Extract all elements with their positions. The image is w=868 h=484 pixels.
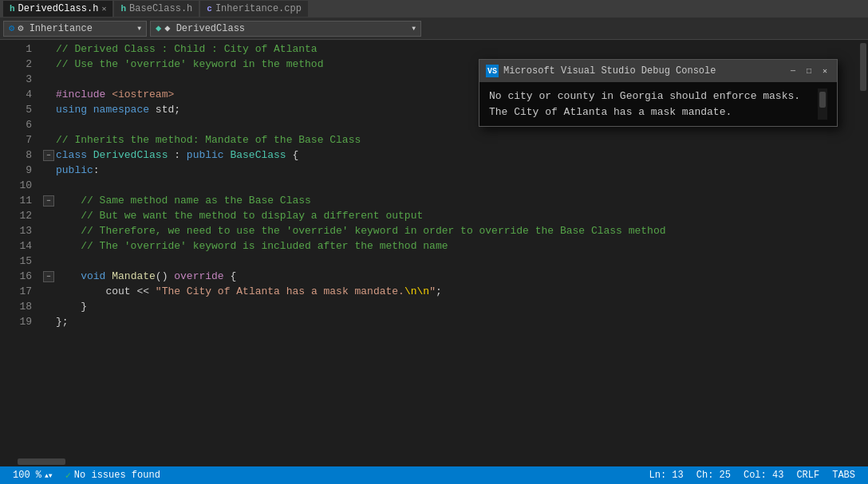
tab-label: Inheritance.cpp bbox=[215, 3, 302, 14]
tab-close-button[interactable]: ✕ bbox=[101, 4, 106, 14]
code-token: cout bbox=[105, 284, 130, 299]
code-token: // Inherits the method: Mandate of the B… bbox=[56, 132, 361, 148]
line-number: 19 bbox=[0, 314, 32, 329]
debug-restore-button[interactable]: □ bbox=[803, 65, 815, 77]
status-bar: 100 % ▲▼ ✓ No issues found Ln: 13 Ch: 25… bbox=[0, 466, 868, 484]
issues-indicator[interactable]: ✓ No issues found bbox=[59, 466, 167, 484]
indentation-label: TABS bbox=[832, 470, 855, 481]
debug-vs-icon: VS bbox=[486, 65, 499, 77]
debug-console-window: VS Microsoft Visual Studio Debug Console… bbox=[479, 59, 838, 127]
line-number: 18 bbox=[0, 299, 32, 314]
class-dropdown[interactable]: ◆ ◆ DerivedClass ▼ bbox=[150, 21, 421, 37]
line-number: 1 bbox=[0, 41, 32, 57]
col-indicator[interactable]: Col: 43 bbox=[737, 466, 790, 484]
indentation-selector[interactable]: TABS bbox=[826, 466, 862, 484]
line-number: 6 bbox=[0, 117, 32, 132]
class-icon: ◆ bbox=[156, 22, 161, 34]
line-number: 13 bbox=[0, 223, 32, 238]
code-token: BaseClass bbox=[230, 148, 286, 163]
code-token: : bbox=[168, 148, 186, 163]
tab-bar: h DerivedClass.h ✕ h BaseClass.h c Inher… bbox=[0, 0, 868, 18]
code-token: // Derived Class : Child : City of Atlan… bbox=[56, 41, 318, 57]
debug-output-line: The City of Atlanta has a mask mandate. bbox=[489, 104, 811, 120]
line-number: 14 bbox=[0, 238, 32, 254]
code-line: −class DerivedClass : public BaseClass { bbox=[43, 148, 858, 163]
line-number: 4 bbox=[0, 87, 32, 102]
char-label: Ch: 25 bbox=[696, 470, 731, 481]
scrollbar-thumb[interactable] bbox=[860, 43, 866, 91]
tab-derived-class-h[interactable]: h DerivedClass.h ✕ bbox=[3, 1, 112, 17]
zoom-control[interactable]: 100 % ▲▼ bbox=[6, 466, 59, 484]
collapse-icon[interactable]: − bbox=[43, 271, 54, 282]
code-token: Mandate bbox=[112, 269, 156, 284]
code-token: { bbox=[286, 148, 299, 163]
code-line: } bbox=[43, 299, 858, 314]
line-number-label: Ln: 13 bbox=[649, 470, 684, 481]
code-token: public bbox=[56, 163, 93, 178]
debug-title-text: Microsoft Visual Studio Debug Console bbox=[503, 65, 783, 77]
scope-icon: ⚙ bbox=[9, 22, 14, 34]
code-token: ; bbox=[174, 102, 180, 117]
debug-minimize-button[interactable]: ─ bbox=[787, 65, 799, 77]
code-token: << bbox=[131, 284, 156, 299]
line-number: 11 bbox=[0, 193, 32, 208]
h-scroll-thumb[interactable] bbox=[18, 458, 65, 465]
tab-h-icon: h bbox=[120, 4, 126, 14]
char-indicator[interactable]: Ch: 25 bbox=[690, 466, 737, 484]
tab-base-class-h[interactable]: h BaseClass.h bbox=[114, 1, 199, 17]
line-number: 15 bbox=[0, 254, 32, 269]
line-indicator[interactable]: Ln: 13 bbox=[643, 466, 690, 484]
code-token: // Therefore, we need to use the 'overri… bbox=[56, 223, 666, 238]
code-line: // But we want the method to display a d… bbox=[43, 208, 858, 223]
dropdown-arrow2-icon: ▼ bbox=[412, 25, 416, 32]
debug-title-bar[interactable]: VS Microsoft Visual Studio Debug Console… bbox=[479, 60, 837, 82]
line-number: 12 bbox=[0, 208, 32, 223]
collapse-icon[interactable]: − bbox=[43, 195, 54, 207]
code-token bbox=[56, 284, 105, 299]
horizontal-scrollbar[interactable] bbox=[0, 457, 868, 466]
code-token bbox=[56, 269, 81, 284]
line-ending-selector[interactable]: CRLF bbox=[790, 466, 826, 484]
code-token: " bbox=[429, 284, 436, 299]
debug-output: No city or county in Georgia should enfo… bbox=[489, 89, 811, 120]
code-token: void bbox=[81, 269, 112, 284]
scope-label: ⚙ Inheritance bbox=[18, 22, 93, 34]
code-token: () bbox=[156, 269, 174, 284]
code-token: class bbox=[56, 148, 93, 163]
code-token: // But we want the method to display a d… bbox=[56, 208, 423, 223]
line-number: 9 bbox=[0, 163, 32, 178]
vertical-scrollbar[interactable] bbox=[858, 40, 868, 457]
code-line: // Inherits the method: Mandate of the B… bbox=[43, 132, 858, 148]
code-token: <iostream> bbox=[112, 87, 174, 102]
debug-scroll-thumb[interactable] bbox=[819, 92, 826, 108]
code-line: // Therefore, we need to use the 'overri… bbox=[43, 223, 858, 238]
line-number: 8 bbox=[0, 148, 32, 163]
code-line: // Derived Class : Child : City of Atlan… bbox=[43, 41, 858, 57]
debug-scrollbar[interactable] bbox=[818, 89, 827, 120]
debug-console-body: No city or county in Georgia should enfo… bbox=[479, 82, 837, 126]
collapse-icon[interactable]: − bbox=[43, 150, 54, 161]
code-line: − // Same method name as the Base Class bbox=[43, 193, 858, 208]
line-number: 5 bbox=[0, 102, 32, 117]
class-label: ◆ DerivedClass bbox=[164, 22, 245, 34]
tab-inheritance-cpp[interactable]: c Inheritance.cpp bbox=[200, 1, 308, 17]
code-token: } bbox=[56, 299, 87, 314]
code-token: DerivedClass bbox=[93, 148, 168, 163]
issues-text: No issues found bbox=[74, 470, 160, 481]
code-line: − void Mandate() override { bbox=[43, 269, 858, 284]
check-icon: ✓ bbox=[65, 470, 71, 482]
code-line: public: bbox=[43, 163, 858, 178]
debug-close-button[interactable]: ✕ bbox=[819, 65, 831, 77]
scope-dropdown[interactable]: ⚙ ⚙ Inheritance ▼ bbox=[3, 21, 147, 37]
code-token: { bbox=[224, 269, 237, 284]
code-line bbox=[43, 178, 858, 193]
line-number: 2 bbox=[0, 57, 32, 72]
code-line: }; bbox=[43, 314, 858, 329]
line-ending-label: CRLF bbox=[796, 470, 819, 481]
line-number: 7 bbox=[0, 132, 32, 148]
code-token: // Use the 'override' keyword in the met… bbox=[56, 57, 323, 72]
code-token: }; bbox=[56, 314, 69, 329]
code-token: // The 'override' keyword is included af… bbox=[56, 238, 448, 254]
line-number: 16 bbox=[0, 269, 32, 284]
code-token: : bbox=[93, 163, 100, 178]
